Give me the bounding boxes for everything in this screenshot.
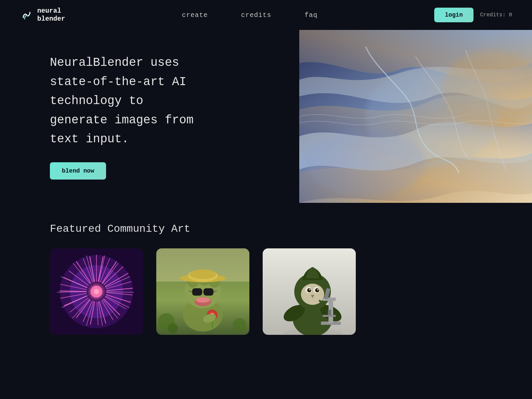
svg-rect-64	[192, 288, 202, 296]
art-card-3[interactable]	[263, 248, 356, 335]
svg-point-89	[315, 288, 319, 292]
svg-point-51	[94, 289, 99, 294]
art-card-2[interactable]	[156, 248, 249, 335]
svg-point-88	[307, 288, 311, 292]
art-card-1[interactable]	[50, 248, 143, 335]
navbar: neural blender create credits faq login …	[0, 0, 532, 30]
svg-point-63	[190, 270, 216, 279]
nav-links: create credits faq	[182, 11, 318, 19]
hero-content: NeuralBlender uses state-of-the-art AI t…	[0, 53, 200, 180]
svg-point-77	[233, 318, 246, 332]
svg-point-3	[306, 130, 426, 196]
svg-rect-97	[323, 315, 336, 317]
art-image-3	[263, 248, 356, 335]
svg-point-91	[317, 289, 319, 290]
credits-display: Credits: 0	[480, 12, 512, 18]
logo-text: neural blender	[37, 7, 65, 23]
logo-icon	[20, 8, 33, 22]
nav-create[interactable]: create	[182, 11, 208, 19]
art-image-2	[156, 248, 249, 335]
nav-faq[interactable]: faq	[305, 11, 318, 19]
art-image-1	[50, 248, 143, 335]
hero-image	[299, 30, 532, 203]
svg-point-78	[168, 323, 178, 333]
svg-point-90	[309, 289, 311, 290]
art-grid	[50, 248, 482, 335]
hero-canvas-svg	[299, 30, 532, 203]
featured-section: Featured Community Art	[0, 203, 532, 361]
svg-point-70	[196, 297, 210, 303]
svg-rect-65	[203, 288, 213, 296]
nav-credits[interactable]: credits	[241, 11, 271, 19]
hero-section: NeuralBlender uses state-of-the-art AI t…	[0, 30, 532, 203]
hero-title: NeuralBlender uses state-of-the-art AI t…	[50, 53, 200, 149]
blend-now-button[interactable]: blend now	[50, 162, 106, 180]
nav-right: login Credits: 0	[434, 8, 512, 22]
login-button[interactable]: login	[434, 8, 473, 22]
logo[interactable]: neural blender	[20, 7, 65, 23]
featured-title: Featured Community Art	[50, 223, 482, 235]
